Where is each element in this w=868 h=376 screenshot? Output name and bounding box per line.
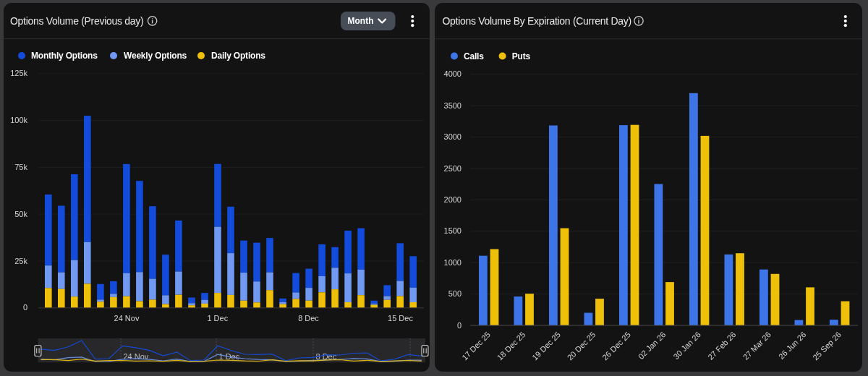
svg-text:24 Nov: 24 Nov bbox=[114, 314, 140, 322]
svg-text:2500: 2500 bbox=[444, 164, 461, 173]
svg-text:3500: 3500 bbox=[444, 101, 461, 110]
svg-text:1500: 1500 bbox=[444, 226, 461, 235]
svg-text:4000: 4000 bbox=[444, 69, 461, 78]
svg-text:500: 500 bbox=[448, 289, 461, 298]
svg-text:Options Volume (Previous day): Options Volume (Previous day) bbox=[10, 15, 143, 27]
svg-text:Weekly Options: Weekly Options bbox=[124, 51, 187, 61]
svg-text:Monthly Options: Monthly Options bbox=[31, 51, 98, 61]
svg-text:0: 0 bbox=[23, 303, 27, 312]
svg-text:Daily Options: Daily Options bbox=[211, 51, 265, 61]
svg-text:1000: 1000 bbox=[444, 258, 461, 267]
svg-text:Month: Month bbox=[348, 16, 374, 26]
svg-text:75k: 75k bbox=[14, 163, 27, 171]
svg-text:Puts: Puts bbox=[512, 51, 531, 61]
svg-text:Options Volume By Expiration (: Options Volume By Expiration (Current Da… bbox=[443, 15, 631, 27]
svg-text:Calls: Calls bbox=[464, 51, 484, 61]
svg-text:3000: 3000 bbox=[444, 132, 461, 141]
svg-text:15 Dec: 15 Dec bbox=[388, 314, 413, 322]
svg-text:125k: 125k bbox=[10, 69, 27, 77]
svg-text:1 Dec: 1 Dec bbox=[207, 314, 228, 322]
svg-text:50k: 50k bbox=[14, 210, 27, 218]
svg-text:0: 0 bbox=[457, 321, 461, 330]
svg-text:8 Dec: 8 Dec bbox=[298, 314, 319, 322]
svg-text:25k: 25k bbox=[14, 257, 27, 265]
svg-text:100k: 100k bbox=[10, 116, 27, 124]
svg-text:2000: 2000 bbox=[444, 195, 461, 204]
svg-text:24 Nov: 24 Nov bbox=[124, 352, 149, 361]
